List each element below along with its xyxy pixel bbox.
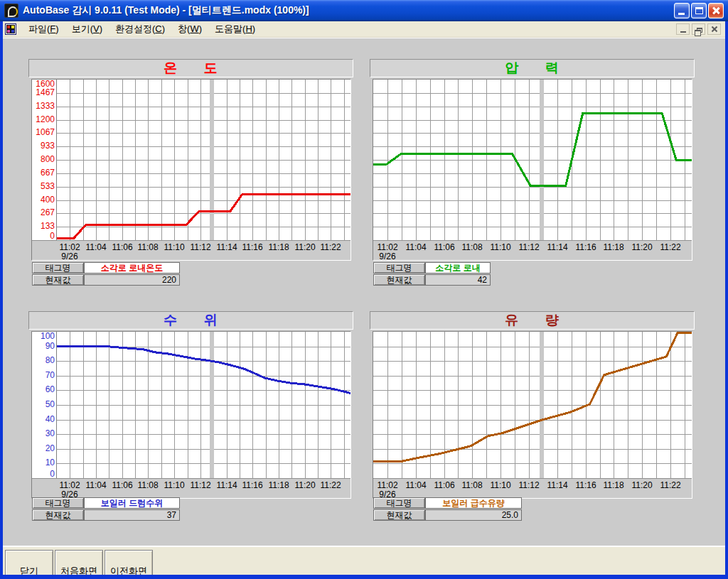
plot-grid-flow-rate [373,332,692,478]
tag-name-label: 태그명 [32,262,84,274]
tag-info-table-flow-rate: 태그명보일러 급수유량현재값25.0 [373,497,522,521]
x-tick-label: 11:06 [429,242,460,252]
trend-plot-water-level[interactable]: 1009080706050403020100 [32,332,350,479]
menu-item-3[interactable]: 창(W) [171,21,208,37]
trend-plot-flow-rate[interactable] [373,332,692,479]
y-tick-label: 80 [33,356,55,365]
tag-name-value: 소각로 로내온도 [84,262,180,274]
current-value-label: 현재값 [32,509,84,521]
mdi-close-button[interactable] [707,23,721,35]
trend-widget-flow-rate: 11:0211:0411:0611:0811:1011:1211:1411:16… [373,331,692,499]
x-tick-label: 11:22 [315,480,346,490]
mdi-minimize-button[interactable] [676,23,690,35]
y-tick-label: 1200 [33,115,55,124]
x-axis-water-level: 11:0211:0411:0611:0811:1011:1211:1411:16… [32,479,350,498]
home-screen-button[interactable]: 처음화면 [55,550,103,575]
menu-items: 파일(F)보기(V)환경설정(C)창(W)도움말(H) [22,21,676,37]
x-tick-label: 11:02 [372,480,403,490]
y-tick-label: 533 [33,182,55,191]
x-axis-flow-rate: 11:0211:0411:0611:0811:1011:1211:1411:16… [373,479,692,498]
trend-panel-title-temperature: 온 도 [28,59,353,77]
maximize-icon [695,7,703,14]
x-tick-label: 11:10 [485,242,516,252]
x-tick-label: 11:12 [513,242,545,252]
time-cursor [210,80,214,240]
tag-info-table-pressure: 태그명소각로 로내현재값42 [373,262,491,286]
app-icon [4,4,18,18]
close-screen-button[interactable]: 닫기 [5,550,53,575]
time-cursor [540,80,544,240]
y-tick-label: 100 [33,332,55,341]
panel-title-text: 수 위 [164,311,218,330]
tag-table-row: 현재값25.0 [373,509,522,521]
menu-item-0[interactable]: 파일(F) [22,21,65,37]
y-tick-label: 933 [33,141,55,151]
menu-bar: 파일(F)보기(V)환경설정(C)창(W)도움말(H) [3,21,725,38]
mdi-close-icon [711,26,718,33]
time-cursor [540,332,544,478]
time-cursor [210,332,214,478]
x-tick-label: 11:18 [598,480,629,490]
tag-name-value: 보일러 드럼수위 [84,497,180,509]
y-tick-label: 1333 [33,102,55,111]
mdi-restore-icon [697,28,702,33]
y-tick-label: 1467 [33,88,55,97]
menu-item-1[interactable]: 보기(V) [65,21,109,37]
x-tick-label: 11:16 [570,242,601,252]
x-tick-label: 11:04 [400,480,432,490]
document-icon[interactable] [5,23,16,35]
close-button[interactable] [708,3,724,18]
x-tick-label: 11:12 [513,480,545,490]
menu-item-4[interactable]: 도움말(H) [208,21,262,37]
date-label: 9/26 [54,251,85,261]
menu-item-2[interactable]: 환경설정(C) [109,21,171,37]
minimize-button[interactable] [674,3,690,18]
x-tick-label: 11:14 [542,242,573,252]
tag-name-value: 소각로 로내 [425,262,491,274]
tag-info-table-temperature: 태그명소각로 로내온도현재값220 [32,262,180,286]
y-tick-label: 70 [33,371,55,380]
trend-plot-pressure[interactable] [373,80,692,241]
window-title: AutoBase 감시 9.0.11 (Test Mode) - [멀티트렌드.… [23,4,674,17]
y-tick-label: 20 [33,444,55,453]
tag-table-row: 현재값37 [32,509,180,521]
trend-line [373,333,692,462]
y-tick-label: 800 [33,155,55,164]
x-tick-label: 11:22 [655,480,686,490]
maximize-button[interactable] [691,3,707,18]
tag-name-value: 보일러 급수유량 [425,497,522,509]
plot-grid-water-level [56,332,350,478]
tag-table-row: 태그명소각로 로내 [373,262,491,274]
y-tick-label: 10 [33,458,55,467]
app-window: AutoBase 감시 9.0.11 (Test Mode) - [멀티트렌드.… [0,0,728,579]
title-bar[interactable]: AutoBase 감시 9.0.11 (Test Mode) - [멀티트렌드.… [0,0,728,21]
tag-name-label: 태그명 [373,497,425,509]
tag-table-row: 태그명소각로 로내온도 [32,262,180,274]
trend-panel-title-pressure: 압 력 [370,59,695,77]
mdi-restore-button[interactable] [692,23,705,35]
date-label: 9/26 [372,251,403,261]
x-tick-label: 11:08 [456,480,488,490]
x-tick-label: 11:10 [485,480,516,490]
y-tick-label: 30 [33,429,55,438]
x-axis-pressure: 11:0211:0411:0611:0811:1011:1211:1411:16… [373,241,692,260]
y-tick-label: 90 [33,342,55,351]
panel-title-text: 압 력 [505,59,559,77]
trend-plot-temperature[interactable]: 1600146713331200106793380066753340026713… [32,80,350,241]
y-tick-label: 267 [33,208,55,217]
x-axis-temperature: 11:0211:0411:0611:0811:1011:1211:1411:16… [32,241,350,260]
panel-title-text: 온 도 [164,59,218,77]
x-tick-label: 11:14 [542,480,573,490]
current-value: 42 [425,274,491,286]
trend-line [373,114,692,186]
x-tick-label: 11:16 [570,480,601,490]
trend-widget-water-level: 100908070605040302010011:0211:0411:0611:… [31,331,351,499]
x-tick-label: 11:18 [598,242,629,252]
y-axis-water-level: 1009080706050403020100 [32,332,56,478]
x-tick-label: 11:06 [429,480,460,490]
window-controls [674,3,724,18]
x-tick-label: 11:08 [456,242,488,252]
tag-info-table-water-level: 태그명보일러 드럼수위현재값37 [32,497,180,521]
y-axis-temperature: 1600146713331200106793380066753340026713… [32,80,56,240]
previous-screen-button[interactable]: 이전화면 [105,550,153,575]
